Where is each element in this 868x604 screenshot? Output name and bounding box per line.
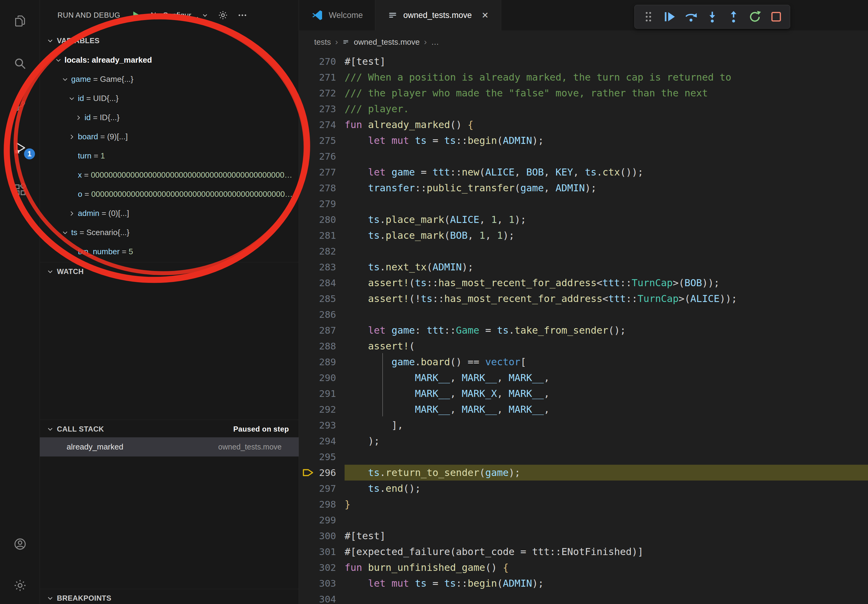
stop-button[interactable]	[769, 10, 783, 24]
code-line-303[interactable]: 303 let mut ts = ts::begin(ADMIN);	[299, 575, 868, 591]
code-line-299[interactable]: 299	[299, 512, 868, 528]
line-content[interactable]: ts.return_to_sender(game);	[344, 465, 868, 480]
breadcrumb-folder[interactable]: tests	[314, 37, 331, 47]
gutter-line-285[interactable]: 285	[299, 291, 344, 307]
code-line-279[interactable]: 279	[299, 196, 868, 212]
line-content[interactable]: transfer::public_transfer(game, ADMIN);	[344, 180, 868, 196]
activity-bar-extensions-icon[interactable]	[0, 183, 40, 197]
line-content[interactable]: );	[344, 433, 868, 449]
gutter-line-286[interactable]: 286	[299, 307, 344, 322]
variable-row-turn[interactable]: turn = 1	[40, 146, 299, 166]
code-line-283[interactable]: 283 ts.next_tx(ADMIN);	[299, 259, 868, 275]
code-line-294[interactable]: 294 );	[299, 433, 868, 449]
code-line-296[interactable]: 296 ts.return_to_sender(game);	[299, 465, 868, 480]
variable-row-o[interactable]: o = 000000000000000000000000000000000000…	[40, 184, 299, 204]
line-content[interactable]: ts.end();	[344, 480, 868, 496]
code-line-276[interactable]: 276	[299, 149, 868, 164]
code-line-295[interactable]: 295	[299, 449, 868, 465]
code-line-273[interactable]: 273/// player.	[299, 101, 868, 117]
code-line-270[interactable]: 270#[test]	[299, 54, 868, 69]
gutter-line-302[interactable]: 302	[299, 560, 344, 575]
code-line-282[interactable]: 282	[299, 243, 868, 259]
line-content[interactable]: let mut ts = ts::begin(ADMIN);	[344, 575, 868, 591]
gutter-line-304[interactable]: 304	[299, 591, 344, 604]
activity-bar-settings-gear-icon[interactable]	[0, 578, 40, 593]
code-line-292[interactable]: 292 MARK__, MARK__, MARK__,	[299, 401, 868, 417]
activity-bar-search-icon[interactable]	[0, 56, 40, 71]
restart-button[interactable]	[748, 10, 762, 24]
breadcrumb-more[interactable]: …	[431, 37, 439, 47]
gutter-line-282[interactable]: 282	[299, 243, 344, 259]
chevron-down-icon[interactable]	[62, 229, 71, 236]
gutter-line-283[interactable]: 283	[299, 259, 344, 275]
close-tab-icon[interactable]: ✕	[481, 10, 488, 20]
gutter-line-294[interactable]: 294	[299, 433, 344, 449]
code-line-280[interactable]: 280 ts.place_mark(ALICE, 1, 1);	[299, 212, 868, 228]
line-content[interactable]: ts.place_mark(ALICE, 1, 1);	[344, 212, 868, 228]
line-content[interactable]: let mut ts = ts::begin(ADMIN);	[344, 133, 868, 149]
line-content[interactable]	[344, 243, 868, 259]
code-line-278[interactable]: 278 transfer::public_transfer(game, ADMI…	[299, 180, 868, 196]
code-line-302[interactable]: 302fun burn_unfinished_game() {	[299, 560, 868, 575]
line-content[interactable]: }	[344, 496, 868, 512]
breadcrumb-file[interactable]: owned_tests.move	[354, 37, 420, 47]
line-content[interactable]: #[test]	[344, 54, 868, 69]
code-line-291[interactable]: 291 MARK__, MARK_X, MARK__,	[299, 386, 868, 401]
line-content[interactable]: assert!(!ts::has_most_recent_for_address…	[344, 291, 868, 307]
line-content[interactable]: MARK__, MARK__, MARK__,	[344, 370, 868, 386]
gutter-line-292[interactable]: 292	[299, 401, 344, 417]
code-line-271[interactable]: 271/// When a position is already marked…	[299, 69, 868, 85]
gutter-line-281[interactable]: 281	[299, 228, 344, 243]
continue-button[interactable]	[663, 10, 677, 24]
variable-row-txn_number[interactable]: txn_number = 5	[40, 242, 299, 261]
gutter-line-289[interactable]: 289	[299, 354, 344, 370]
chevron-right-icon[interactable]	[75, 114, 85, 121]
gutter-line-273[interactable]: 273	[299, 101, 344, 117]
gutter-line-290[interactable]: 290	[299, 370, 344, 386]
code-line-301[interactable]: 301#[expected_failure(abort_code = ttt::…	[299, 544, 868, 560]
code-line-300[interactable]: 300#[test]	[299, 528, 868, 544]
code-line-277[interactable]: 277 let game = ttt::new(ALICE, BOB, KEY,…	[299, 164, 868, 180]
watch-section-header[interactable]: WATCH	[40, 262, 299, 280]
gutter-line-295[interactable]: 295	[299, 449, 344, 465]
line-content[interactable]	[344, 196, 868, 212]
line-content[interactable]: /// When a position is already marked, t…	[344, 69, 868, 85]
code-line-287[interactable]: 287 let game: ttt::Game = ts.take_from_s…	[299, 322, 868, 338]
variable-row-ts[interactable]: ts = Scenario{...}	[40, 223, 299, 242]
gutter-line-276[interactable]: 276	[299, 149, 344, 164]
line-content[interactable]: #[test]	[344, 528, 868, 544]
toolbar-drag-handle[interactable]	[642, 10, 656, 24]
code-line-274[interactable]: 274fun already_marked() {	[299, 117, 868, 133]
line-content[interactable]	[344, 591, 868, 604]
code-editor[interactable]: 270#[test]271/// When a position is alre…	[299, 54, 868, 604]
chevron-right-icon[interactable]	[68, 210, 78, 217]
tab-welcome[interactable]: Welcome	[299, 0, 375, 30]
step-out-button[interactable]	[727, 10, 741, 24]
gutter-line-300[interactable]: 300	[299, 528, 344, 544]
tab-owned-tests-move[interactable]: owned_tests.move ✕	[375, 0, 501, 30]
variable-row-id[interactable]: id = ID{...}	[40, 108, 299, 127]
variable-row-board[interactable]: board = (9)[...]	[40, 127, 299, 146]
gutter-line-271[interactable]: 271	[299, 69, 344, 85]
call-stack-section-header[interactable]: CALL STACK Paused on step	[40, 420, 299, 438]
gutter-line-272[interactable]: 272	[299, 85, 344, 101]
variables-section-header[interactable]: VARIABLES	[40, 32, 299, 50]
code-line-288[interactable]: 288 assert!(	[299, 338, 868, 354]
line-content[interactable]: assert!(ts::has_most_recent_for_address<…	[344, 275, 868, 291]
step-over-button[interactable]	[684, 10, 698, 24]
gutter-line-287[interactable]: 287	[299, 322, 344, 338]
gutter-line-299[interactable]: 299	[299, 512, 344, 528]
gutter-line-277[interactable]: 277	[299, 164, 344, 180]
code-line-281[interactable]: 281 ts.place_mark(BOB, 1, 1);	[299, 228, 868, 243]
line-content[interactable]: assert!(	[344, 338, 868, 354]
line-content[interactable]: /// the player who made the "false" move…	[344, 85, 868, 101]
variable-row-admin[interactable]: admin = (0)[...]	[40, 204, 299, 223]
line-content[interactable]: fun burn_unfinished_game() {	[344, 560, 868, 575]
gutter-line-270[interactable]: 270	[299, 54, 344, 69]
code-line-293[interactable]: 293 ],	[299, 417, 868, 433]
call-stack-frame-already_marked[interactable]: already_markedowned_tests.move	[40, 437, 299, 457]
line-content[interactable]: MARK__, MARK_X, MARK__,	[344, 386, 868, 401]
chevron-down-icon[interactable]	[55, 57, 65, 64]
gutter-line-293[interactable]: 293	[299, 417, 344, 433]
line-content[interactable]: fun already_marked() {	[344, 117, 868, 133]
